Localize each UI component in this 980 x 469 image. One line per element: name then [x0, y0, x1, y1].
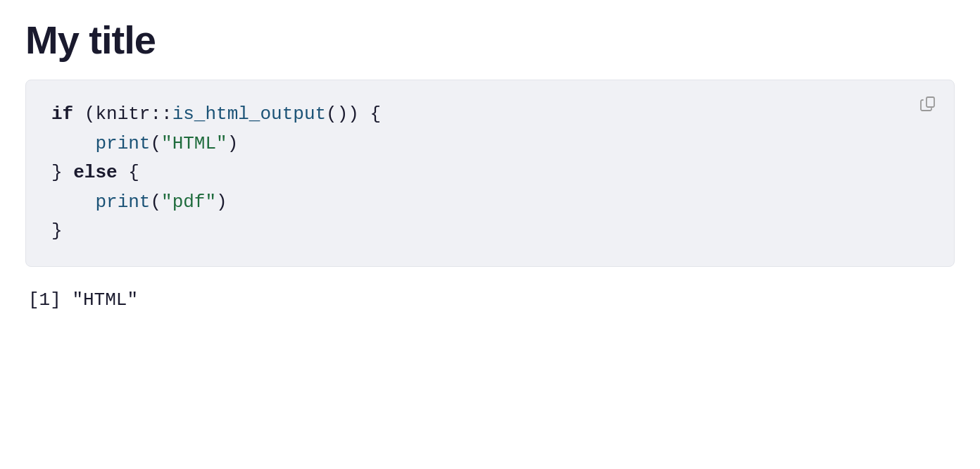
clipboard-icon [920, 96, 937, 113]
code-content: if (knitr::is_html_output()) { print("HT… [51, 100, 929, 246]
svg-rect-0 [926, 97, 934, 107]
page-title: My title [25, 17, 955, 63]
copy-button[interactable] [917, 93, 940, 115]
code-block: if (knitr::is_html_output()) { print("HT… [25, 80, 955, 267]
code-output: [1] "HTML" [25, 289, 955, 311]
